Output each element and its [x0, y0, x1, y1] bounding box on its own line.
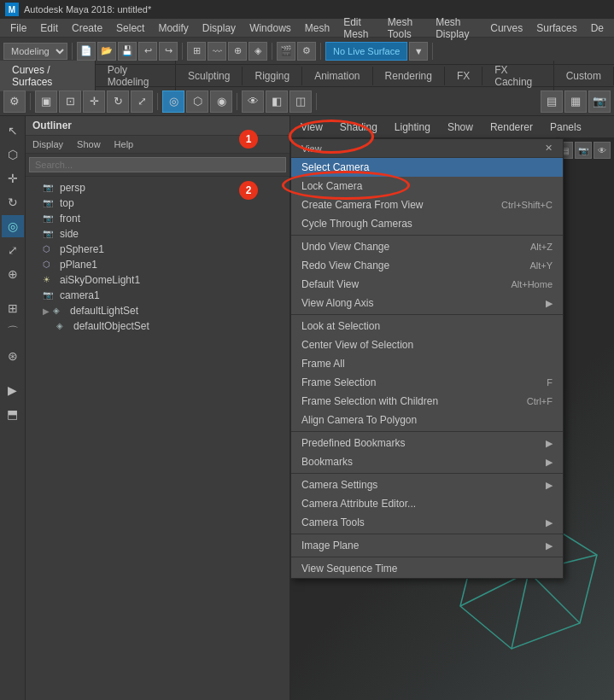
menu-select[interactable]: Select: [109, 20, 151, 36]
sidebar-snap-icon[interactable]: ⊞: [2, 297, 24, 319]
sidebar-universal-icon[interactable]: ⊕: [2, 263, 24, 285]
menu-mesh[interactable]: Mesh: [298, 20, 336, 36]
tb2-lasso[interactable]: ◎: [162, 90, 184, 113]
redo-btn[interactable]: ↪: [159, 42, 178, 61]
sidebar-render-icon[interactable]: ▶: [2, 379, 24, 401]
tb2-layout1[interactable]: ▤: [541, 90, 563, 113]
menu-item-camera-tools[interactable]: Camera Tools ▶: [291, 513, 563, 532]
tab-fx-caching[interactable]: FX Caching: [482, 61, 553, 91]
menu-edit[interactable]: Edit: [33, 20, 65, 36]
tab-animation[interactable]: Animation: [302, 67, 372, 85]
sidebar-active-icon[interactable]: ◎: [2, 215, 24, 237]
tab-rigging[interactable]: Rigging: [243, 67, 302, 85]
list-item[interactable]: ◈ defaultObjectSet: [26, 318, 289, 334]
tb2-settings[interactable]: ⚙: [3, 90, 26, 113]
vp-menu-show[interactable]: Show: [444, 120, 477, 135]
sidebar-move-icon[interactable]: ✛: [2, 167, 24, 190]
outliner-menu-help[interactable]: Help: [111, 137, 137, 151]
menu-item-look-at-selection[interactable]: Look at Selection: [291, 317, 563, 335]
sidebar-scene-icon[interactable]: ⬒: [2, 403, 24, 425]
snap-surface-btn[interactable]: ◈: [249, 42, 267, 61]
tb2-rotate[interactable]: ↻: [107, 90, 129, 113]
menu-item-frame-all[interactable]: Frame All: [291, 354, 563, 373]
tb2-select-obj[interactable]: ▣: [35, 90, 57, 113]
tb2-layout2[interactable]: ▦: [564, 90, 587, 113]
menu-create[interactable]: Create: [65, 20, 109, 36]
vp-menu-renderer[interactable]: Renderer: [487, 120, 536, 135]
menu-item-center-view[interactable]: Center View of Selection: [291, 335, 563, 354]
menu-close-icon[interactable]: ✕: [545, 143, 553, 154]
list-item[interactable]: ⬡ pPlane1: [26, 257, 289, 272]
render-settings-btn[interactable]: ⚙: [297, 42, 316, 61]
vp-camera-icon[interactable]: 📷: [575, 142, 592, 159]
tab-sculpting[interactable]: Sculpting: [176, 67, 243, 85]
menu-mesh-tools[interactable]: Mesh Tools: [381, 15, 429, 42]
tb2-soft[interactable]: ◉: [210, 90, 232, 113]
live-surface-arrow[interactable]: ▼: [409, 42, 428, 61]
menu-mesh-display[interactable]: Mesh Display: [429, 15, 483, 42]
snap-grid-btn[interactable]: ⊞: [187, 42, 206, 61]
list-item[interactable]: ▶ ◈ defaultLightSet: [26, 303, 289, 318]
menu-file[interactable]: File: [3, 20, 33, 36]
sidebar-lasso-icon[interactable]: ⬡: [2, 143, 24, 166]
undo-btn[interactable]: ↩: [138, 42, 157, 61]
list-item[interactable]: ⬡ pSphere1: [26, 242, 289, 257]
list-item[interactable]: 📷 side: [26, 226, 289, 242]
tb2-isolate[interactable]: ◫: [289, 90, 312, 113]
snap-point-btn[interactable]: ⊕: [228, 42, 247, 61]
vp-display-icon[interactable]: 👁: [594, 142, 611, 159]
menu-display[interactable]: Display: [196, 20, 243, 36]
menu-item-view-along-axis[interactable]: View Along Axis ▶: [291, 294, 563, 312]
menu-de[interactable]: De: [584, 20, 611, 36]
menu-item-frame-selection[interactable]: Frame Selection F: [291, 373, 563, 392]
open-scene-btn[interactable]: 📂: [97, 42, 116, 61]
menu-item-predefined-bookmarks[interactable]: Predefined Bookmarks ▶: [291, 434, 563, 452]
tb2-select-hier[interactable]: ⊡: [59, 90, 81, 113]
tab-custom[interactable]: Custom: [554, 67, 614, 85]
menu-item-image-plane[interactable]: Image Plane ▶: [291, 536, 563, 555]
vp-menu-panels[interactable]: Panels: [547, 120, 585, 135]
tb2-camera[interactable]: 📷: [588, 90, 611, 113]
search-input[interactable]: [29, 157, 286, 172]
tab-rendering[interactable]: Rendering: [373, 67, 445, 85]
tb2-show-hide[interactable]: 👁: [242, 90, 264, 113]
tb2-move[interactable]: ✛: [83, 90, 105, 113]
menu-item-camera-attr-editor[interactable]: Camera Attribute Editor...: [291, 494, 563, 513]
menu-item-default-view[interactable]: Default View Alt+Home: [291, 275, 563, 294]
list-item[interactable]: 📷 front: [26, 211, 289, 226]
sidebar-scale-icon[interactable]: ⤢: [2, 239, 24, 261]
live-surface-btn[interactable]: No Live Surface: [325, 42, 407, 61]
vp-menu-lighting[interactable]: Lighting: [391, 120, 434, 135]
sidebar-bend-icon[interactable]: ⌒: [2, 321, 24, 343]
menu-item-align-camera[interactable]: Align Camera To Polygon: [291, 411, 563, 429]
tb2-show-all[interactable]: ◧: [266, 90, 288, 113]
menu-windows[interactable]: Windows: [243, 20, 298, 36]
render-region-btn[interactable]: 🎬: [277, 42, 295, 61]
menu-item-undo-view[interactable]: Undo View Change Alt+Z: [291, 237, 563, 256]
mode-select[interactable]: Modeling: [3, 43, 67, 60]
menu-modify[interactable]: Modify: [151, 20, 195, 36]
sidebar-rotate-icon[interactable]: ↻: [2, 191, 24, 213]
tab-fx[interactable]: FX: [445, 67, 482, 85]
tab-curves-surfaces[interactable]: Curves / Surfaces: [0, 61, 96, 91]
outliner-menu-show[interactable]: Show: [73, 137, 104, 151]
menu-item-cycle-cameras[interactable]: Cycle Through Cameras: [291, 214, 563, 233]
menu-curves[interactable]: Curves: [483, 20, 529, 36]
outliner-menu-display[interactable]: Display: [29, 137, 67, 151]
menu-item-redo-view[interactable]: Redo View Change Alt+Y: [291, 256, 563, 275]
sidebar-select-icon[interactable]: ↖: [2, 120, 24, 142]
new-scene-btn[interactable]: 📄: [77, 42, 96, 61]
menu-edit-mesh[interactable]: Edit Mesh: [336, 15, 381, 42]
menu-surfaces[interactable]: Surfaces: [529, 20, 583, 36]
tb2-scale[interactable]: ⤢: [131, 90, 153, 113]
list-item[interactable]: ☀ aiSkyDomeLight1: [26, 272, 289, 288]
menu-item-frame-children[interactable]: Frame Selection with Children Ctrl+F: [291, 392, 563, 411]
save-scene-btn[interactable]: 💾: [118, 42, 137, 61]
menu-item-camera-settings[interactable]: Camera Settings ▶: [291, 475, 563, 494]
menu-item-view-sequence-time[interactable]: View Sequence Time: [291, 559, 563, 578]
menu-item-bookmarks[interactable]: Bookmarks ▶: [291, 452, 563, 471]
sidebar-rivet-icon[interactable]: ⊛: [2, 345, 24, 367]
list-item[interactable]: 📷 camera1: [26, 288, 289, 303]
tb2-paint[interactable]: ⬡: [186, 90, 208, 113]
tab-poly-modeling[interactable]: Poly Modeling: [96, 61, 176, 91]
